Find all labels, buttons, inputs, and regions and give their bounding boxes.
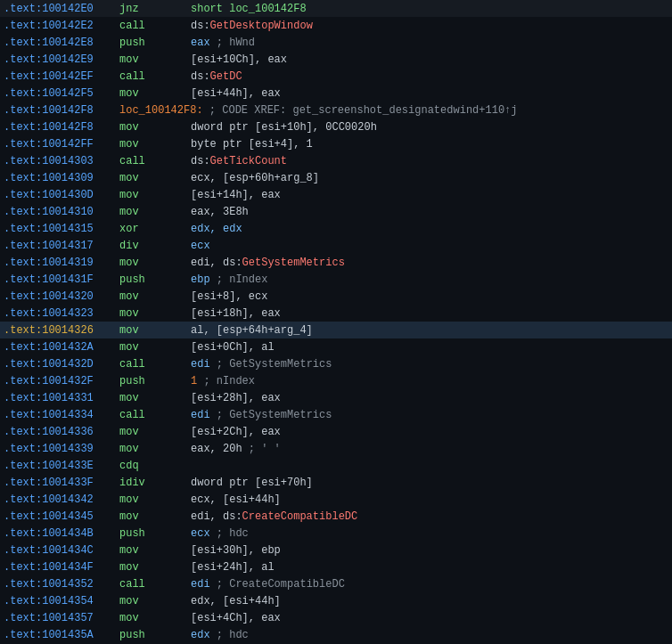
mnemonic: push <box>119 37 191 49</box>
code-line[interactable]: .text:100142EFcallds:GetDC <box>0 68 672 85</box>
operands: edi ; GetSystemMetrics <box>191 358 332 371</box>
code-line[interactable]: .text:10014315xoredx, edx <box>0 220 672 237</box>
address: .text:100142F5 <box>4 87 119 100</box>
operands: ecx, [esi+44h] <box>191 493 281 506</box>
operands: [esi+2Ch], eax <box>191 426 281 438</box>
operands: ecx ; hdc <box>191 527 249 540</box>
operands: ds:GetDC <box>191 70 242 83</box>
code-line[interactable]: .text:1001434Cmov[esi+30h], ebp <box>0 542 672 558</box>
operands: [esi+18h], eax <box>191 307 281 320</box>
mnemonic: mov <box>119 121 191 134</box>
code-line[interactable]: .text:1001434Fmov[esi+24h], al <box>0 558 672 575</box>
address: .text:1001432D <box>4 358 119 371</box>
address: .text:10014342 <box>4 493 119 506</box>
code-line[interactable]: .text:100142FFmovbyte ptr [esi+4], 1 <box>0 135 672 152</box>
code-line[interactable]: .text:10014354movedx, [esi+44h] <box>0 592 672 609</box>
operands: dword ptr [esi+70h] <box>191 477 313 489</box>
operands: edi ; GetSystemMetrics <box>191 409 332 421</box>
mnemonic: mov <box>119 510 191 523</box>
code-line[interactable]: .text:10014326moval, [esp+64h+arg_4] <box>0 322 672 338</box>
code-line[interactable]: .text:100142E8pusheax ; hWnd <box>0 34 672 51</box>
mnemonic: mov <box>119 426 191 438</box>
mnemonic: mov <box>119 595 191 607</box>
mnemonic: call <box>119 358 191 371</box>
code-line[interactable]: .text:10014336mov[esi+2Ch], eax <box>0 423 672 440</box>
code-line[interactable]: .text:100142F5mov[esi+44h], eax <box>0 85 672 102</box>
address: .text:10014354 <box>4 595 119 607</box>
address: .text:100142FF <box>4 138 119 151</box>
mnemonic: push <box>119 375 191 387</box>
code-line[interactable]: .text:1001434Bpushecx ; hdc <box>0 525 672 542</box>
code-line[interactable]: .text:100142E2callds:GetDesktopWindow <box>0 17 672 34</box>
code-line[interactable]: .text:100142E9mov[esi+10Ch], eax <box>0 51 672 68</box>
code-line[interactable]: .text:10014323mov[esi+18h], eax <box>0 305 672 322</box>
code-line[interactable]: .text:10014309movecx, [esp+60h+arg_8] <box>0 169 672 186</box>
address: .text:100142F8 <box>4 104 119 117</box>
address: .text:10014303 <box>4 155 119 167</box>
operands: [esi+8], ecx <box>191 290 267 303</box>
mnemonic: mov <box>119 544 191 557</box>
address: .text:10014326 <box>4 324 119 337</box>
operands: edx, edx <box>191 223 242 235</box>
address: .text:100142F8 <box>4 121 119 134</box>
address: .text:10014334 <box>4 409 119 421</box>
operands: edi, ds:GetSystemMetrics <box>191 257 345 269</box>
operands: [esi+24h], al <box>191 561 275 574</box>
address: .text:1001433E <box>4 460 119 472</box>
operands: edx, [esi+44h] <box>191 595 281 607</box>
code-line[interactable]: .text:100142E0jnzshort loc_100142F8 <box>0 0 672 17</box>
code-line[interactable]: .text:10014320mov[esi+8], ecx <box>0 288 672 305</box>
code-line[interactable]: .text:10014331mov[esi+28h], eax <box>0 389 672 406</box>
code-line[interactable]: .text:10014317divecx <box>0 237 672 254</box>
address: .text:10014320 <box>4 290 119 303</box>
operands: 1 ; nIndex <box>191 375 255 387</box>
address: .text:1001431F <box>4 273 119 286</box>
code-line[interactable]: .text:10014357mov[esi+4Ch], eax <box>0 609 672 626</box>
code-line[interactable]: .text:1001430Dmov[esi+14h], eax <box>0 186 672 203</box>
mnemonic: mov <box>119 87 191 100</box>
code-line[interactable]: .text:1001432Dcalledi ; GetSystemMetrics <box>0 355 672 372</box>
code-line[interactable]: .text:10014345movedi, ds:CreateCompatibl… <box>0 508 672 525</box>
code-line[interactable]: .text:10014303callds:GetTickCount <box>0 152 672 169</box>
address: .text:10014345 <box>4 510 119 523</box>
code-line[interactable]: .text:1001435Apushedx ; hdc <box>0 626 672 643</box>
address: .text:10014317 <box>4 240 119 252</box>
code-line[interactable]: .text:100142F8loc_100142F8: ; CODE XREF:… <box>0 102 672 118</box>
code-line[interactable]: .text:1001433Ecdq <box>0 457 672 474</box>
mnemonic: mov <box>119 290 191 303</box>
operands: ds:GetTickCount <box>191 155 287 167</box>
mnemonic: call <box>119 70 191 83</box>
operands: ecx <box>191 240 210 252</box>
mnemonic: mov <box>119 307 191 320</box>
code-line[interactable]: .text:1001432Amov[esi+0Ch], al <box>0 338 672 355</box>
mnemonic: push <box>119 273 191 286</box>
label: loc_100142F8: <box>119 104 209 117</box>
mnemonic: mov <box>119 443 191 455</box>
code-line[interactable]: .text:10014319movedi, ds:GetSystemMetric… <box>0 254 672 271</box>
code-line[interactable]: .text:10014310moveax, 3E8h <box>0 203 672 220</box>
mnemonic: cdq <box>119 460 191 472</box>
code-line[interactable]: .text:10014339moveax, 20h ; ' ' <box>0 440 672 457</box>
code-line[interactable]: .text:100142F8movdword ptr [esi+10h], 0C… <box>0 118 672 135</box>
address: .text:1001433F <box>4 477 119 489</box>
address: .text:10014352 <box>4 578 119 591</box>
code-line[interactable]: .text:1001431Fpushebp ; nIndex <box>0 271 672 288</box>
address: .text:1001432F <box>4 375 119 387</box>
code-line[interactable]: .text:10014342movecx, [esi+44h] <box>0 491 672 508</box>
operands: [esi+4Ch], eax <box>191 612 281 624</box>
code-line[interactable]: .text:1001433Fidivdword ptr [esi+70h] <box>0 474 672 491</box>
mnemonic: mov <box>119 392 191 404</box>
address: .text:10014357 <box>4 612 119 624</box>
operands: [esi+30h], ebp <box>191 544 281 557</box>
address: .text:10014323 <box>4 307 119 320</box>
mnemonic: idiv <box>119 477 191 489</box>
address: .text:10014331 <box>4 392 119 404</box>
code-line[interactable]: .text:1001432Fpush1 ; nIndex <box>0 372 672 389</box>
code-line[interactable]: .text:10014352calledi ; CreateCompatible… <box>0 575 672 592</box>
mnemonic: mov <box>119 172 191 184</box>
operands: [esi+28h], eax <box>191 392 281 404</box>
operands: eax ; hWnd <box>191 37 255 49</box>
code-line[interactable]: .text:10014334calledi ; GetSystemMetrics <box>0 406 672 423</box>
address: .text:10014319 <box>4 257 119 269</box>
mnemonic: mov <box>119 53 191 66</box>
